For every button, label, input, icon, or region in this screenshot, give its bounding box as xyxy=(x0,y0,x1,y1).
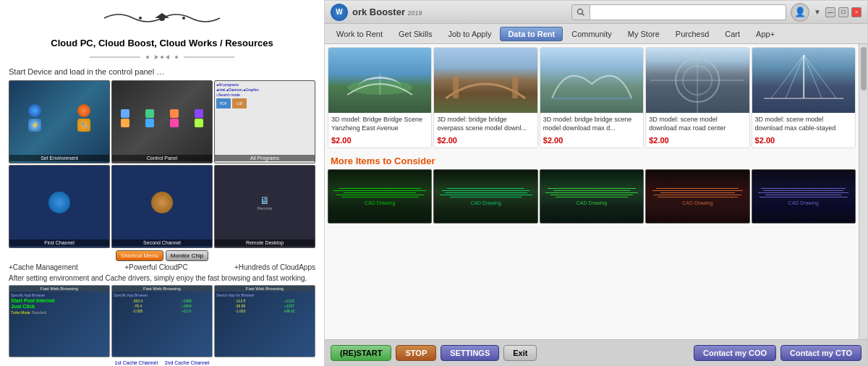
label-control-panel: Control Panel xyxy=(112,155,212,161)
feature-apps: +Hundreds of CloudApps xyxy=(234,263,315,271)
feature-cloudpc: +Powerful CloudPC xyxy=(124,263,188,271)
nav-data-to-rent[interactable]: Data to Rent xyxy=(500,27,563,41)
app-title: ork Booster 2019 xyxy=(352,7,567,17)
divider xyxy=(9,53,315,63)
product-card-4[interactable]: 3D model: scene model download max road … xyxy=(645,47,749,148)
bridge1-thumbnail xyxy=(328,48,431,113)
nav-get-skills[interactable]: Get Skills xyxy=(391,27,439,41)
product-name-2: 3D model: bridge bridge overpass scene m… xyxy=(437,116,534,135)
product-price-2: $2.00 xyxy=(437,136,534,145)
product-price-3: $2.00 xyxy=(543,136,640,145)
more-items-grid: CAD Drawing CAD Drawing xyxy=(325,169,859,226)
nav-community[interactable]: Community xyxy=(564,27,619,41)
maximize-button[interactable]: □ xyxy=(838,7,848,17)
contact-coo-button[interactable]: Contact my COO xyxy=(694,345,776,361)
logo-area xyxy=(9,7,315,33)
speed-shot-1: Fast Web Browsing Specific App Browser S… xyxy=(9,285,110,357)
more-section-heading: More Items to Consider xyxy=(325,151,859,169)
label-programs: All Programs xyxy=(215,155,315,161)
nav-app-plus[interactable]: App+ xyxy=(749,27,782,41)
nav-work-to-rent[interactable]: Work to Rent xyxy=(329,27,390,41)
product-thumb-1 xyxy=(328,48,431,113)
product-price-1: $2.00 xyxy=(331,136,428,145)
features-row: +Cache Management +Powerful CloudPC +Hun… xyxy=(9,263,315,271)
svg-line-26 xyxy=(804,55,836,98)
svg-marker-8 xyxy=(166,55,169,59)
screenshot-programs: ●All programs ●Intel,●Daemon,●Grapfics □… xyxy=(214,80,315,163)
svg-rect-16 xyxy=(513,77,519,98)
svg-marker-6 xyxy=(155,55,158,59)
speed-screenshots: Fast Web Browsing Specific App Browser S… xyxy=(9,285,315,357)
scrollbar-thumb[interactable] xyxy=(861,47,867,90)
svg-point-9 xyxy=(175,56,178,59)
product-card-3[interactable]: 3D model: bridge bridge scene model down… xyxy=(540,47,644,148)
more-card-2[interactable]: CAD Drawing xyxy=(433,169,537,224)
product-name-5: 3D model: scene model download max cable… xyxy=(755,116,852,135)
settings-button[interactable]: SETTINGS xyxy=(441,345,499,361)
content-wrapper: 3D model: Bridge Bridge Scene Yanzheng E… xyxy=(325,44,867,339)
screenshot-control-panel: Control Panel xyxy=(111,80,213,163)
more-card-4[interactable]: CAD Drawing xyxy=(645,169,749,224)
svg-line-12 xyxy=(582,13,584,15)
screenshot-remote-desktop: 🖥 Remote Remote Desktop xyxy=(214,165,315,248)
content-area: 3D model: Bridge Bridge Scene Yanzheng E… xyxy=(325,44,859,339)
nav-purchesd[interactable]: Purchesd xyxy=(668,27,716,41)
svg-line-25 xyxy=(786,55,804,98)
page-title: Cloud PC, Cloud Boost, Cloud Works / Res… xyxy=(9,38,315,48)
screenshot-first-channel: First Channel xyxy=(9,165,110,248)
svg-point-7 xyxy=(161,56,163,59)
product-card-5[interactable]: 3D model: scene model download max cable… xyxy=(752,47,856,148)
search-icon-button[interactable] xyxy=(571,4,590,20)
monitor-chip-button[interactable]: Monitor Chip xyxy=(166,250,208,261)
start-text: Start Device and load in the control pan… xyxy=(9,67,315,76)
more-card-5[interactable]: CAD Drawing xyxy=(752,169,856,224)
product-info-3: 3D model: bridge bridge scene model down… xyxy=(540,113,643,148)
close-button[interactable]: × xyxy=(851,7,861,17)
label-first-channel: First Channel xyxy=(9,239,109,246)
app-logo: W xyxy=(331,4,348,21)
window-controls: — □ × xyxy=(825,7,861,17)
nav-my-store[interactable]: My Store xyxy=(621,27,667,41)
more-card-1[interactable]: CAD Drawing xyxy=(328,169,432,224)
svg-point-3 xyxy=(182,17,185,20)
product-card-1[interactable]: 3D model: Bridge Bridge Scene Yanzheng E… xyxy=(328,47,432,148)
exit-button[interactable]: Exit xyxy=(503,345,537,361)
product-card-2[interactable]: 3D model: bridge bridge overpass scene m… xyxy=(433,47,537,148)
product-price-5: $2.00 xyxy=(755,136,852,145)
user-avatar[interactable]: 👤 xyxy=(791,3,809,22)
product-grid: 3D model: Bridge Bridge Scene Yanzheng E… xyxy=(325,44,859,151)
road1-thumbnail xyxy=(646,48,749,113)
label-second-channel: Second Channel xyxy=(112,239,212,246)
search-input[interactable] xyxy=(590,4,786,20)
shortcut-menu-button[interactable]: Shortcut Menu xyxy=(116,250,163,261)
feature-cache: +Cache Management xyxy=(9,263,78,271)
svg-point-5 xyxy=(146,56,149,59)
label-remote: Remote Desktop xyxy=(215,239,315,246)
speed-shot-2: Fast Web Browsing Specific App Browser -… xyxy=(111,285,213,357)
product-thumb-3 xyxy=(540,48,643,113)
nav-job-to-apply[interactable]: Job to Apply xyxy=(441,27,498,41)
product-name-4: 3D model: scene model download max road … xyxy=(649,116,746,135)
more-card-3[interactable]: CAD Drawing xyxy=(540,169,644,224)
restart-button[interactable]: (RE)START xyxy=(331,345,391,361)
screenshot-second-channel: Second Channel xyxy=(111,165,213,248)
bridge2-thumbnail xyxy=(434,48,537,113)
dropdown-arrow[interactable]: ▼ xyxy=(814,8,821,16)
product-thumb-2 xyxy=(434,48,537,113)
product-info-4: 3D model: scene model download max road … xyxy=(646,113,749,148)
scrollbar-track[interactable] xyxy=(859,44,867,339)
minimize-button[interactable]: — xyxy=(825,7,835,17)
product-name-1: 3D model: Bridge Bridge Scene Yanzheng E… xyxy=(331,116,428,135)
svg-line-27 xyxy=(804,55,822,98)
label-set-environment: Set Environment xyxy=(9,155,109,161)
screenshots-grid: ⚡ 🔧 Set Environment Contro xyxy=(9,80,315,163)
screenshot-set-environment: ⚡ 🔧 Set Environment xyxy=(9,80,110,163)
stop-button[interactable]: STOP xyxy=(396,345,436,361)
nav-cart[interactable]: Cart xyxy=(718,27,747,41)
svg-point-11 xyxy=(578,9,583,14)
right-panel: W ork Booster 2019 👤 ▼ — □ × Work to Ren… xyxy=(324,0,868,366)
product-thumb-5 xyxy=(752,48,855,113)
product-info-5: 3D model: scene model download max cable… xyxy=(752,113,855,148)
contact-cto-button[interactable]: Contact my CTO xyxy=(780,345,861,361)
cable-thumbnail xyxy=(752,48,855,113)
